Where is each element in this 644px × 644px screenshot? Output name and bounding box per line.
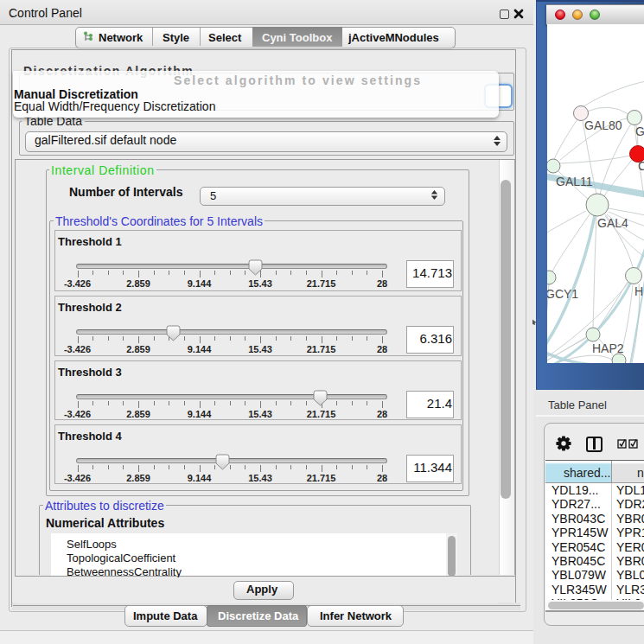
svg-text:HAP2: HAP2 — [592, 341, 624, 355]
svg-text:GAL80: GAL80 — [584, 118, 622, 132]
svg-text:GAL4: GAL4 — [597, 216, 628, 230]
svg-text:GCY1: GCY1 — [547, 287, 578, 301]
svg-text:GAL11: GAL11 — [556, 175, 593, 188]
svg-text:C: C — [638, 159, 644, 173]
svg-text:H: H — [634, 284, 643, 298]
svg-text:GA: GA — [635, 124, 644, 138]
